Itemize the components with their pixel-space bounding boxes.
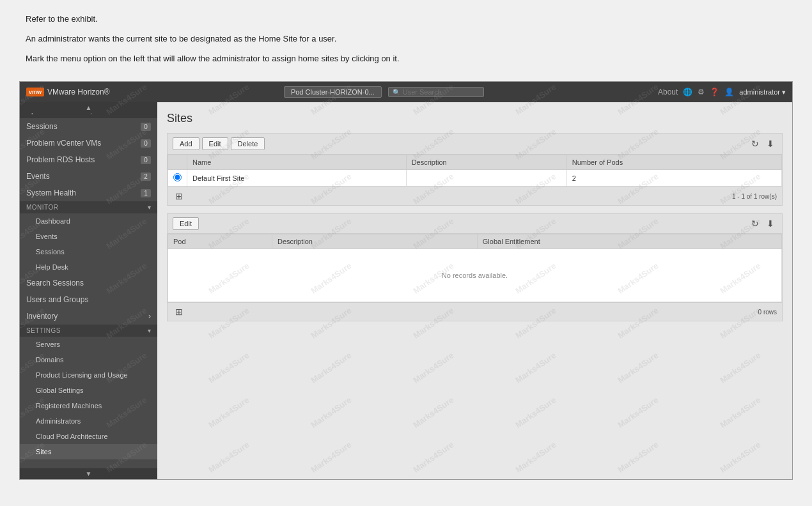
footer-icons: ⊞	[173, 190, 185, 203]
sidebar-sessions-sub-label: Sessions	[36, 248, 65, 256]
app-container: vmw VMware Horizon® Pod Cluster-HORIZON-…	[19, 81, 793, 480]
sidebar-item-domains[interactable]: Domains	[20, 352, 157, 367]
vmware-logo-icon: vmw	[26, 88, 44, 96]
no-records-row: No records available.	[168, 249, 782, 302]
sites-row-count: 1 - 1 of 1 row(s)	[732, 193, 777, 200]
pods-table: Pod Description Global Entitlement No re…	[168, 234, 782, 302]
sidebar-events-sub-label: Events	[36, 233, 58, 240]
globe-icon[interactable]: 🌐	[683, 88, 692, 96]
col-description: Description	[406, 155, 566, 170]
sidebar-registered-machines-label: Registered Machines	[36, 402, 102, 410]
intro-line-1: Refer to the exhibit.	[26, 13, 786, 26]
row-radio[interactable]	[173, 173, 182, 181]
help-icon[interactable]: ❓	[710, 88, 719, 96]
sidebar-item-events-sub[interactable]: Events	[20, 229, 157, 244]
sidebar-helpdesk-label: Help Desk	[36, 263, 68, 271]
sidebar-search-sessions-label: Search Sessions	[26, 279, 84, 288]
main-layout: ▲ Updated 11/17/2022, 9:39 AM ▾ Sessions…	[20, 102, 792, 479]
app-title: VMware Horizon®	[47, 88, 110, 96]
navbar-right: About 🌐 ⚙ ❓ 👤 administrator ▾	[658, 88, 786, 96]
sidebar-section-monitor: Monitor ▾	[20, 201, 157, 213]
edit-pod-button[interactable]: Edit	[173, 217, 199, 230]
download-icon[interactable]: ⬇	[764, 137, 777, 150]
sidebar-system-health-label: System Health	[26, 188, 76, 197]
sidebar-item-product-licensing[interactable]: Product Licensing and Usage	[20, 367, 157, 383]
sidebar-sessions-badge: 0	[141, 123, 151, 131]
content-area: Sites Add Edit Delete ↻ ⬇ Name	[157, 102, 792, 479]
sidebar-inventory-label: Inventory	[26, 312, 58, 321]
sidebar-item-problem-vcenter[interactable]: Problem vCenter VMs 0	[20, 135, 157, 151]
about-label[interactable]: About	[658, 88, 678, 96]
refresh-icon[interactable]: ↻	[749, 137, 761, 150]
admin-label[interactable]: administrator ▾	[739, 88, 786, 96]
pods-toolbar: Edit ↻ ⬇	[168, 214, 782, 234]
sidebar-events-label: Events	[26, 172, 50, 181]
sidebar-item-sessions-sub[interactable]: Sessions	[20, 244, 157, 259]
site-description-cell	[406, 170, 566, 187]
app-logo: vmw VMware Horizon®	[26, 88, 110, 96]
sidebar-global-settings-label: Global Settings	[36, 387, 84, 394]
scroll-down-arrow[interactable]: ▼	[20, 468, 157, 479]
col-global-entitlement: Global Entitlement	[477, 234, 781, 249]
delete-button[interactable]: Delete	[231, 137, 265, 150]
sidebar-sites-label: Sites	[36, 448, 51, 456]
table-row[interactable]: Default First Site 2	[168, 170, 782, 187]
search-icon: 🔍	[393, 89, 400, 96]
sidebar-item-problem-rds[interactable]: Problem RDS Hosts 0	[20, 151, 157, 168]
intro-section: Refer to the exhibit. An administrator w…	[0, 0, 812, 81]
scroll-up-arrow[interactable]: ▲	[20, 102, 157, 113]
edit-button[interactable]: Edit	[202, 137, 228, 150]
user-icon[interactable]: 👤	[724, 88, 734, 96]
sites-toolbar: Add Edit Delete ↻ ⬇	[168, 134, 782, 155]
sidebar-item-helpdesk[interactable]: Help Desk	[20, 259, 157, 275]
sidebar-item-search-sessions[interactable]: Search Sessions	[20, 275, 157, 291]
sidebar-domains-label: Domains	[36, 356, 63, 364]
user-search-input[interactable]	[403, 88, 480, 96]
col-radio	[168, 155, 187, 170]
pods-download-icon[interactable]: ⬇	[764, 217, 777, 230]
pods-table-footer: ⊞ 0 rows	[168, 302, 782, 321]
sidebar-item-users-groups[interactable]: Users and Groups	[20, 291, 157, 308]
pods-refresh-icon[interactable]: ↻	[749, 217, 761, 230]
pod-cluster-button[interactable]: Pod Cluster-HORIZON-0...	[284, 86, 382, 98]
sidebar-settings-arrow: ▾	[148, 327, 152, 334]
sidebar-item-system-health[interactable]: System Health 1	[20, 185, 157, 201]
sites-table-footer: ⊞ 1 - 1 of 1 row(s)	[168, 187, 782, 205]
sidebar-item-sessions[interactable]: Sessions 0	[20, 118, 157, 135]
sidebar: ▲ Updated 11/17/2022, 9:39 AM ▾ Sessions…	[20, 102, 157, 479]
sidebar-monitor-label: Monitor	[26, 204, 59, 211]
sidebar-item-global-settings[interactable]: Global Settings	[20, 383, 157, 398]
no-records-message: No records available.	[173, 252, 776, 298]
sites-table: Name Description Number of Pods Default …	[168, 155, 782, 187]
sidebar-item-servers[interactable]: Servers	[20, 337, 157, 352]
sidebar-problem-vcenter-label: Problem vCenter VMs	[26, 139, 101, 148]
sidebar-section-settings: Settings ▾	[20, 325, 157, 337]
page-title: Sites	[167, 112, 783, 125]
sites-panel: Add Edit Delete ↻ ⬇ Name Description Num…	[167, 133, 783, 206]
sidebar-problem-rds-label: Problem RDS Hosts	[26, 155, 95, 164]
sidebar-item-cloud-pod[interactable]: Cloud Pod Architecture	[20, 429, 157, 444]
sidebar-events-badge: 2	[141, 172, 151, 181]
pods-row-count: 0 rows	[758, 309, 777, 316]
sidebar-dashboard-label: Dashboard	[36, 217, 70, 225]
sidebar-administrators-label: Administrators	[36, 417, 81, 425]
sidebar-item-administrators[interactable]: Administrators	[20, 413, 157, 429]
sidebar-problem-vcenter-badge: 0	[141, 139, 151, 148]
sidebar-inventory-arrow: ›	[148, 312, 151, 321]
navbar-center: Pod Cluster-HORIZON-0... 🔍	[116, 86, 652, 98]
col-pod: Pod	[168, 234, 272, 249]
sidebar-item-inventory[interactable]: Inventory ›	[20, 308, 157, 325]
footer-settings-icon[interactable]: ⊞	[173, 190, 185, 203]
sidebar-item-registered-machines[interactable]: Registered Machines	[20, 398, 157, 413]
intro-line-3: Mark the menu option on the left that wi…	[26, 52, 786, 66]
site-pods-cell: 2	[566, 170, 781, 187]
sidebar-item-sites[interactable]: Sites	[20, 444, 157, 459]
pods-panel: Edit ↻ ⬇ Pod Description Global Entitlem…	[167, 213, 783, 321]
sidebar-item-events[interactable]: Events 2	[20, 168, 157, 185]
add-button[interactable]: Add	[173, 137, 199, 150]
pods-footer-settings-icon[interactable]: ⊞	[173, 305, 185, 318]
col-pod-description: Description	[272, 234, 477, 249]
sidebar-item-dashboard[interactable]: Dashboard	[20, 213, 157, 229]
settings-icon[interactable]: ⚙	[698, 88, 705, 96]
intro-line-2: An administrator wants the current site …	[26, 33, 786, 46]
